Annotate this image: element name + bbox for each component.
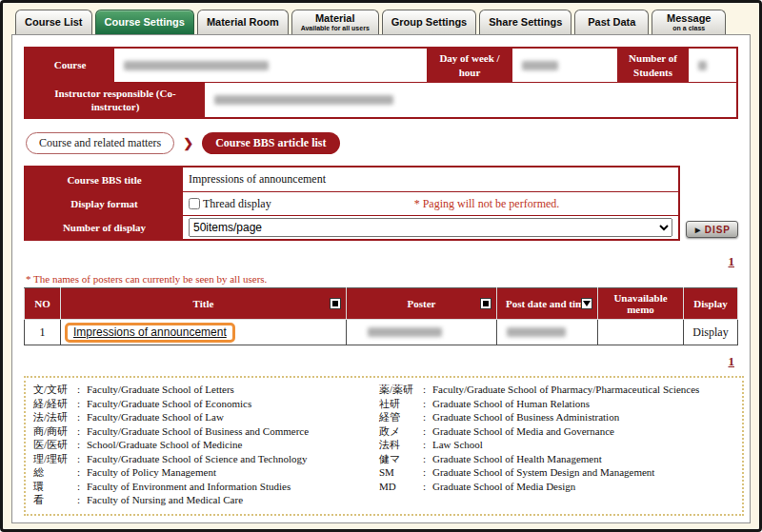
legend-item: 文/文研:Faculty/Graduate School of Letters <box>33 383 371 397</box>
tab-past-data[interactable]: Past Data <box>574 10 649 34</box>
app-window: Course List Course Settings Material Roo… <box>0 0 762 532</box>
thread-display-checkbox[interactable] <box>189 198 200 209</box>
tab-course-settings[interactable]: Course Settings <box>95 10 194 34</box>
instructor-label: Instructor responsible (Co-instructor) <box>26 83 205 117</box>
content-panel: Course Day of week / hour Number of Stud… <box>11 34 751 523</box>
legend-item: 総:Faculty of Policy Management <box>33 465 371 480</box>
display-format-label: Display format <box>26 192 183 215</box>
redacted-text <box>124 61 269 70</box>
redacted-text <box>522 61 558 70</box>
tab-group-settings[interactable]: Group Settings <box>382 10 476 34</box>
breadcrumb: Course and related matters ❯ Course BBS … <box>26 132 738 154</box>
disp-arrow-icon: ► <box>693 225 704 235</box>
faculty-legend-box: 文/文研:Faculty/Graduate School of Letters … <box>24 376 744 516</box>
highlight-box: Impressions of announcement <box>65 323 235 343</box>
breadcrumb-current: Course BBS article list <box>202 132 339 154</box>
legend-item: 政メ:Graduate School of Media and Governan… <box>379 424 734 439</box>
article-display-status: Display <box>684 320 738 345</box>
course-value-redacted <box>114 49 427 82</box>
thread-display-checkbox-label: Thread display <box>203 197 271 211</box>
article-no: 1 <box>25 320 61 345</box>
article-date-redacted <box>497 320 598 345</box>
bbs-articles-table: NO Title Poster Post date and time Unava… <box>24 287 738 345</box>
legend-item: 社研:Graduate School of Human Relations <box>379 397 734 411</box>
legend-item: 経/経研:Faculty/Graduate School of Economic… <box>33 397 371 411</box>
legend-item: 商/商研:Faculty/Graduate School of Business… <box>33 424 371 439</box>
legend-item: 医/医研:School/Graduate School of Medicine <box>33 438 371 452</box>
article-title-cell: Impressions of announcement <box>61 320 347 345</box>
article-title-link[interactable]: Impressions of announcement <box>73 325 227 339</box>
legend-left-column: 文/文研:Faculty/Graduate School of Letters … <box>33 383 371 507</box>
col-header-display: Display <box>684 288 738 320</box>
number-of-display-label: Number of display <box>26 216 183 239</box>
tab-material-room[interactable]: Material Room <box>197 10 289 34</box>
col-header-title: Title <box>61 288 347 320</box>
redacted-text <box>214 95 393 105</box>
legend-item: 法/法研:Faculty/Graduate School of Law <box>33 410 371 424</box>
day-hour-label: Day of week / hour <box>427 49 512 82</box>
poster-sort-icon[interactable] <box>480 298 491 309</box>
disp-button[interactable]: ► DISP <box>686 221 738 238</box>
col-header-no: NO <box>25 288 61 320</box>
legend-item: SM:Graduate School of System Design and … <box>379 465 734 480</box>
paging-note: * Paging will not be performed. <box>414 197 560 211</box>
legend-item: 環:Faculty of Environment and Information… <box>33 480 371 494</box>
legend-item: 健マ:Graduate School of Health Management <box>379 452 734 466</box>
col-header-unavailable-memo: Unavailable memo <box>598 288 684 320</box>
article-row: 1 Impressions of announcement Display <box>25 320 738 345</box>
pagination-bottom: 1 <box>24 352 738 369</box>
items-per-page-select[interactable]: 50items/page <box>189 218 672 237</box>
tab-material[interactable]: Material Available for all users <box>291 10 379 34</box>
redacted-text <box>368 327 442 337</box>
title-sort-icon[interactable] <box>330 298 341 309</box>
breadcrumb-separator-icon: ❯ <box>183 136 193 150</box>
course-info-table: Course Day of week / hour Number of Stud… <box>24 47 738 119</box>
students-value-redacted <box>689 49 736 82</box>
table-header-row: NO Title Poster Post date and time Unava… <box>25 288 738 320</box>
bbs-form: Course BBS title Impressions of announce… <box>24 166 738 241</box>
breadcrumb-parent-button[interactable]: Course and related matters <box>26 132 174 154</box>
legend-item: 経管:Graduate School of Business Administr… <box>379 410 734 424</box>
article-poster-redacted <box>347 320 497 345</box>
legend-item: 理/理研:Faculty/Graduate School of Science … <box>33 452 371 466</box>
legend-item: 薬/薬研:Faculty/Graduate School of Pharmacy… <box>379 383 734 397</box>
bbs-title-label: Course BBS title <box>26 167 183 191</box>
legend-right-column: 薬/薬研:Faculty/Graduate School of Pharmacy… <box>379 383 734 507</box>
pagination-top: 1 <box>24 252 738 269</box>
bbs-form-table: Course BBS title Impressions of announce… <box>24 166 680 241</box>
redacted-text <box>698 61 707 70</box>
instructor-value-redacted <box>205 83 736 117</box>
course-label: Course <box>26 49 114 82</box>
posters-visibility-note: * The names of posters can currently be … <box>26 273 738 285</box>
col-header-poster: Poster <box>347 288 497 320</box>
legend-item: MD:Graduate School of Media Design <box>379 480 734 494</box>
tab-course-list[interactable]: Course List <box>15 10 92 34</box>
legend-item: 法科:Law School <box>379 438 734 452</box>
tab-share-settings[interactable]: Share Settings <box>479 10 572 34</box>
article-memo-cell <box>598 320 684 345</box>
date-sort-desc-icon[interactable] <box>581 298 592 309</box>
redacted-text <box>507 327 566 337</box>
legend-item: 看:Faculty of Nursing and Medical Care <box>33 493 371 507</box>
page-link-1[interactable]: 1 <box>729 254 735 268</box>
tab-message[interactable]: Message on a class <box>652 10 726 34</box>
day-hour-value-redacted <box>512 49 617 82</box>
students-label: Number of Students <box>617 49 689 82</box>
page-link-1[interactable]: 1 <box>729 354 735 368</box>
tab-bar: Course List Course Settings Material Roo… <box>3 3 759 34</box>
col-header-post-date: Post date and time <box>497 288 598 320</box>
bbs-title-value: Impressions of announcement <box>183 167 678 191</box>
